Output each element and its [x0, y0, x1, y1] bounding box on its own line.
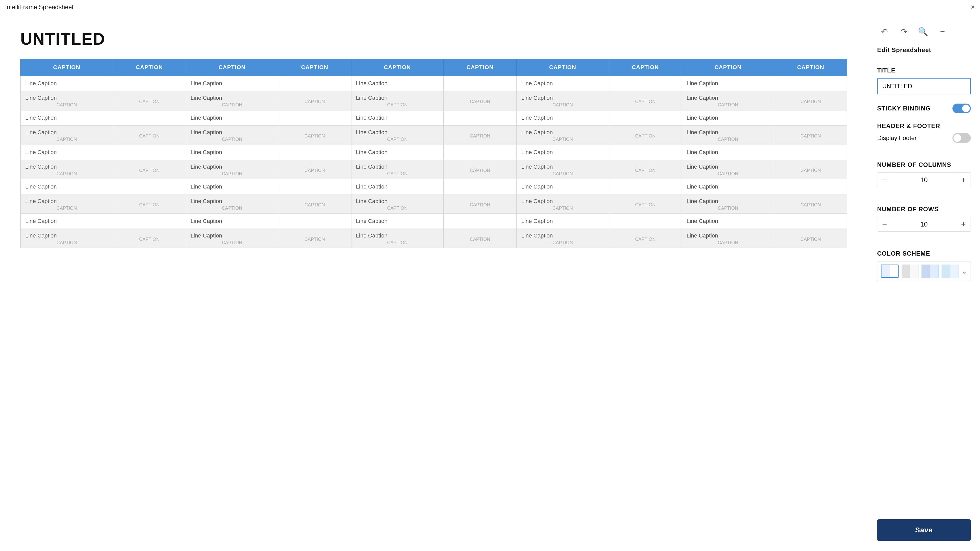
sheet-title: UNTITLED [21, 30, 847, 48]
cell-line-caption [444, 94, 516, 98]
table-cell: CAPTION [444, 194, 517, 214]
undo-button[interactable]: ↶ [877, 24, 891, 39]
right-panel: ↶ ↷ 🔍 − Edit Spreadsheet TITLE STICKY BI… [868, 14, 980, 551]
cell-line-caption [444, 163, 516, 167]
color-swatch-4[interactable] [941, 265, 959, 278]
cell-caption: CAPTION [278, 202, 351, 210]
sticky-binding-label: STICKY BINDING [877, 105, 931, 112]
cell-line-caption [774, 129, 847, 133]
columns-increment-button[interactable]: + [956, 173, 970, 187]
table-row: Line CaptionCAPTIONCAPTIONLine CaptionCA… [21, 229, 847, 248]
rows-decrement-button[interactable]: − [877, 217, 892, 231]
cell-caption: CAPTION [278, 167, 351, 176]
table-cell: CAPTION [774, 229, 847, 248]
sticky-binding-row: STICKY BINDING [877, 103, 971, 113]
cell-caption: CAPTION [517, 171, 609, 179]
table-cell: Line CaptionCAPTION [351, 229, 444, 248]
title-input[interactable] [877, 78, 971, 94]
zoom-out-button[interactable]: − [935, 24, 950, 39]
cell-line-caption: Line Caption [21, 229, 113, 240]
cell-line-caption [609, 198, 682, 202]
num-rows-label: NUMBER OF ROWS [877, 206, 971, 213]
cell-line-caption [774, 94, 847, 98]
table-cell: Line Caption [517, 214, 609, 229]
table-cell: Line CaptionCAPTION [21, 160, 113, 179]
redo-button[interactable]: ↷ [897, 24, 911, 39]
table-cell [609, 145, 682, 160]
cell-caption: CAPTION [352, 136, 444, 144]
cell-line-caption: Line Caption [356, 80, 388, 86]
cell-line-caption: Line Caption [687, 183, 718, 190]
cell-caption: CAPTION [278, 133, 351, 141]
table-cell: Line CaptionCAPTION [186, 229, 278, 248]
display-footer-toggle[interactable] [953, 133, 971, 143]
table-cell [278, 76, 351, 91]
columns-value: 10 [892, 173, 956, 187]
table-cell: Line Caption [351, 110, 444, 125]
table-cell: Line Caption [21, 179, 113, 194]
cell-line-caption: Line Caption [517, 160, 609, 171]
cell-caption: CAPTION [21, 240, 113, 248]
save-button[interactable]: Save [877, 519, 971, 541]
cell-caption: CAPTION [682, 136, 774, 144]
color-swatch-3[interactable] [921, 265, 939, 278]
cell-caption: CAPTION [444, 98, 516, 107]
table-cell [113, 76, 186, 91]
close-button[interactable]: × [971, 3, 975, 11]
cell-line-caption: Line Caption [352, 229, 444, 240]
zoom-in-button[interactable]: 🔍 [916, 24, 930, 39]
color-swatch-2[interactable] [901, 265, 919, 278]
cell-line-caption: Line Caption [186, 125, 278, 136]
cell-caption: CAPTION [444, 236, 516, 245]
table-cell: Line Caption [351, 145, 444, 160]
cell-line-caption: Line Caption [517, 229, 609, 240]
cell-line-caption [774, 198, 847, 202]
table-cell: Line CaptionCAPTION [682, 194, 774, 214]
cell-caption: CAPTION [517, 205, 609, 213]
table-cell: Line CaptionCAPTION [21, 91, 113, 110]
cell-caption: CAPTION [21, 136, 113, 144]
cell-line-caption: Line Caption [21, 194, 113, 205]
cell-line-caption: Line Caption [352, 125, 444, 136]
cell-line-caption [444, 198, 516, 202]
columns-decrement-button[interactable]: − [877, 173, 892, 187]
rows-increment-button[interactable]: + [956, 217, 970, 231]
col-header-2: CAPTION [113, 59, 186, 76]
cell-line-caption: Line Caption [517, 194, 609, 205]
table-row: Line CaptionLine CaptionLine CaptionLine… [21, 214, 847, 229]
header-footer-label: HEADER & FOOTER [877, 122, 971, 130]
sticky-binding-toggle[interactable] [953, 103, 971, 113]
table-cell: Line CaptionCAPTION [186, 91, 278, 110]
table-cell: CAPTION [278, 91, 351, 110]
cell-line-caption: Line Caption [687, 80, 718, 86]
table-cell: CAPTION [444, 229, 517, 248]
cell-caption: CAPTION [609, 236, 682, 245]
cell-line-caption: Line Caption [521, 149, 553, 156]
cell-caption: CAPTION [774, 236, 847, 245]
col-header-10: CAPTION [774, 59, 847, 76]
cell-line-caption: Line Caption [191, 218, 222, 224]
table-cell: Line CaptionCAPTION [21, 194, 113, 214]
cell-caption: CAPTION [444, 133, 516, 141]
table-cell [444, 76, 517, 91]
table-cell [278, 145, 351, 160]
cell-line-caption: Line Caption [352, 160, 444, 171]
cell-line-caption: Line Caption [687, 218, 718, 224]
main-layout: UNTITLED CAPTION CAPTION CAPTION CAPTION… [0, 14, 980, 551]
cell-line-caption: Line Caption [25, 80, 57, 86]
columns-control: − 10 + [877, 172, 971, 187]
color-swatch-1[interactable] [881, 265, 899, 278]
table-cell: Line CaptionCAPTION [517, 160, 609, 179]
table-cell: Line Caption [351, 179, 444, 194]
table-cell: Line Caption [351, 214, 444, 229]
table-cell: Line CaptionCAPTION [351, 194, 444, 214]
cell-caption: CAPTION [352, 102, 444, 110]
table-cell: Line CaptionCAPTION [682, 160, 774, 179]
cell-caption: CAPTION [682, 171, 774, 179]
table-cell: Line Caption [682, 179, 774, 194]
display-footer-label: Display Footer [877, 135, 917, 141]
color-scheme-expand-button[interactable]: ⌄ [961, 267, 967, 275]
table-cell [278, 110, 351, 125]
cell-line-caption [609, 94, 682, 98]
cell-line-caption: Line Caption [352, 194, 444, 205]
